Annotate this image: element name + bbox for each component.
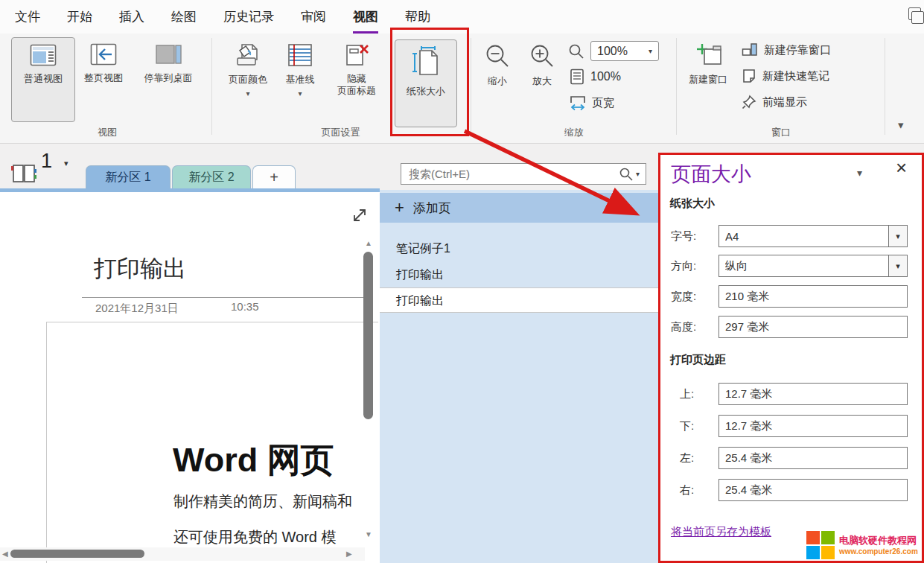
page-list-item[interactable]: 笔记例子1: [380, 238, 658, 260]
menu-draw[interactable]: 绘图: [171, 0, 197, 34]
pane-options-dropdown-icon[interactable]: ▾: [857, 167, 862, 179]
margin-right-label: 右:: [680, 479, 694, 501]
window-group-label: 窗口: [684, 126, 879, 139]
page-width-button[interactable]: 页宽: [570, 95, 614, 111]
height-input[interactable]: [719, 316, 908, 338]
section-tab-2-label: 新分区 2: [188, 170, 234, 185]
menu-view[interactable]: 视图: [353, 0, 378, 34]
horizontal-scrollbar-thumb[interactable]: [10, 550, 144, 558]
new-docked-window-button[interactable]: 新建停靠窗口: [742, 42, 831, 57]
new-quick-note-button[interactable]: 新建快速笔记: [742, 69, 829, 83]
page-title[interactable]: 打印输出: [94, 253, 186, 284]
new-window-button[interactable]: 新建窗口: [684, 37, 733, 121]
window-switcher-icon[interactable]: [907, 7, 924, 25]
dock-to-desktop-label: 停靠到桌面: [144, 71, 193, 85]
pin-icon: [742, 95, 756, 109]
paper-size-heading: 纸张大小: [670, 197, 715, 211]
horizontal-scrollbar[interactable]: ◀ ▶: [0, 547, 365, 561]
print-margins-heading: 打印页边距: [670, 353, 726, 367]
page-list-item-selected[interactable]: 打印输出: [380, 287, 658, 313]
page-setup-group-label: 页面设置: [220, 126, 462, 139]
size-dropdown-button[interactable]: ▾: [888, 225, 908, 247]
search-box[interactable]: ▾: [401, 163, 646, 185]
search-icon[interactable]: [619, 167, 634, 182]
keep-on-top-label: 前端显示: [762, 95, 807, 109]
menu-home[interactable]: 开始: [67, 0, 92, 34]
search-scope-dropdown-icon[interactable]: ▾: [636, 170, 640, 178]
orientation-dropdown-icon: ▾: [896, 261, 900, 271]
margin-left-input[interactable]: [719, 447, 908, 469]
size-dropdown-icon: ▾: [896, 232, 900, 241]
new-quick-note-icon: [742, 69, 756, 83]
notebook-icon[interactable]: [10, 163, 37, 184]
margin-bottom-input[interactable]: [719, 415, 908, 437]
zoom-100-icon: [570, 69, 584, 85]
hide-page-title-icon: [343, 43, 370, 67]
page-list-item[interactable]: 打印输出: [380, 264, 658, 286]
pane-close-icon[interactable]: ×: [896, 156, 907, 179]
view-group-label: 视图: [11, 126, 203, 139]
paper-size-button[interactable]: 纸张大小: [395, 39, 457, 127]
size-input[interactable]: [719, 225, 889, 247]
search-input[interactable]: [407, 167, 619, 181]
dock-to-desktop-icon: [155, 43, 182, 66]
page-color-dropdown-icon[interactable]: ▾: [246, 89, 249, 98]
notebook-dropdown-icon[interactable]: ▾: [64, 159, 68, 168]
full-page-view-button[interactable]: 整页视图: [77, 37, 130, 121]
orientation-input[interactable]: [719, 255, 889, 277]
new-docked-window-icon: [742, 42, 758, 57]
page-width-label: 页宽: [592, 96, 614, 110]
add-page-button[interactable]: + 添加页: [380, 193, 658, 223]
zoom-level-combobox[interactable]: 100% ▾: [590, 41, 659, 61]
watermark-site-name: 电脑软硬件教程网: [839, 534, 918, 547]
page-color-button[interactable]: 页面颜色 ▾: [223, 37, 273, 125]
ribbon-separator: [471, 38, 471, 135]
save-as-template-link[interactable]: 将当前页另存为模板: [671, 525, 771, 539]
scroll-left-icon[interactable]: ◀: [2, 550, 8, 558]
margin-right-input[interactable]: [719, 479, 908, 501]
vertical-scrollbar-thumb[interactable]: [363, 252, 373, 419]
rule-lines-dropdown-icon[interactable]: ▾: [298, 89, 302, 98]
keep-on-top-button[interactable]: 前端显示: [742, 95, 807, 109]
hide-page-title-label: 隐藏 页面标题: [337, 73, 376, 97]
section-tab-1-label: 新分区 1: [105, 170, 150, 185]
zoom-in-label: 放大: [532, 74, 552, 88]
rule-lines-button[interactable]: 基准线 ▾: [277, 37, 323, 125]
zoom-100-button[interactable]: 100%: [570, 69, 621, 85]
ribbon: 普通视图 整页视图 停靠到桌面 视图: [0, 34, 924, 144]
menu-help[interactable]: 帮助: [405, 0, 430, 34]
page-canvas[interactable]: 打印输出 2021年12月31日 10:35 Word 网页 制作精美的简历、新…: [0, 192, 378, 563]
zoom-level-dropdown-icon[interactable]: ▾: [649, 47, 652, 55]
menu-history[interactable]: 历史记录: [223, 0, 274, 34]
width-input[interactable]: [719, 285, 908, 308]
notebook-name[interactable]: 1: [41, 150, 52, 173]
scroll-down-icon[interactable]: ▼: [365, 531, 372, 538]
menu-file[interactable]: 文件: [15, 0, 40, 34]
zoom-out-button[interactable]: 缩小: [478, 37, 517, 121]
margin-top-input[interactable]: [719, 383, 908, 405]
scroll-right-icon[interactable]: ▶: [346, 550, 352, 558]
add-page-label: 添加页: [413, 200, 451, 217]
scroll-up-icon[interactable]: ▲: [365, 240, 372, 247]
collapse-ribbon-icon[interactable]: ▾: [898, 118, 904, 132]
new-window-label: 新建窗口: [689, 73, 727, 86]
page-size-pane: 页面大小 ▾ × 纸张大小 字号: ▾ 方向: ▾ 宽度: 高度: 打印页边距 …: [658, 153, 924, 563]
menu-review[interactable]: 审阅: [301, 0, 326, 34]
page-color-icon: [235, 43, 261, 67]
menu-insert[interactable]: 插入: [119, 0, 144, 34]
section-tab-2[interactable]: 新分区 2: [172, 165, 251, 189]
margin-top-label: 上:: [680, 383, 694, 405]
add-section-tab[interactable]: +: [252, 165, 296, 189]
margin-left-label: 左:: [680, 447, 694, 469]
orientation-dropdown-button[interactable]: ▾: [888, 255, 908, 277]
section-tab-1[interactable]: 新分区 1: [86, 165, 171, 189]
expand-page-icon[interactable]: [351, 207, 368, 223]
size-label: 字号:: [671, 225, 696, 247]
full-page-view-label: 整页视图: [84, 71, 123, 85]
dock-to-desktop-button[interactable]: 停靠到桌面: [133, 37, 203, 121]
zoom-in-button[interactable]: 放大: [523, 37, 561, 121]
normal-view-button[interactable]: 普通视图: [11, 37, 75, 122]
full-page-view-icon: [90, 43, 117, 66]
orientation-label: 方向:: [671, 255, 696, 277]
hide-page-title-button[interactable]: 隐藏 页面标题: [328, 37, 386, 125]
